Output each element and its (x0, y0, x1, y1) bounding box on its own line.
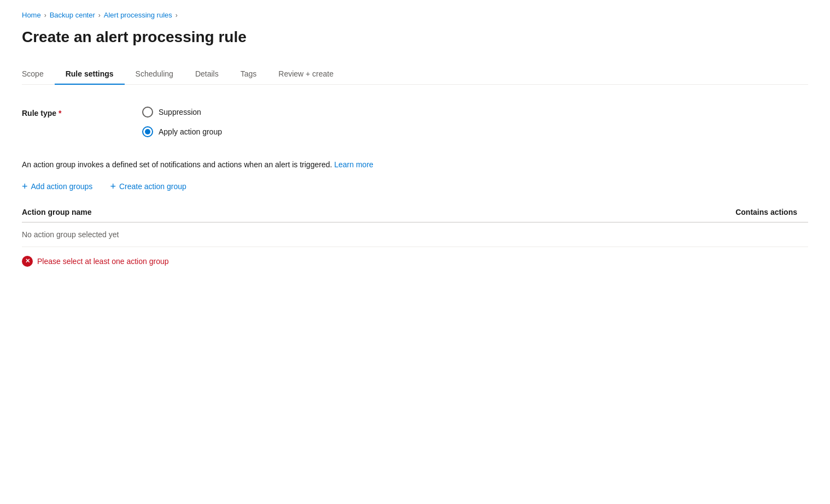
breadcrumb-home[interactable]: Home (22, 11, 41, 19)
breadcrumb-backup-center[interactable]: Backup center (50, 11, 95, 19)
create-action-group-label: Create action group (119, 182, 186, 191)
add-action-groups-icon: + (22, 181, 28, 191)
col-header-contains-actions: Contains actions (471, 202, 808, 222)
description-text: An action group invokes a defined set of… (22, 159, 808, 171)
add-action-groups-button[interactable]: + Add action groups (22, 181, 92, 191)
breadcrumb-sep-3: › (176, 11, 178, 19)
rule-type-radio-group: Suppression Apply action group (142, 107, 222, 137)
tab-rule-settings[interactable]: Rule settings (55, 64, 125, 85)
radio-option-suppression[interactable]: Suppression (142, 107, 222, 118)
tab-scheduling[interactable]: Scheduling (125, 64, 184, 85)
breadcrumb: Home › Backup center › Alert processing … (22, 11, 808, 19)
radio-suppression-label: Suppression (159, 108, 201, 116)
create-action-group-button[interactable]: + Create action group (110, 181, 186, 191)
tab-details[interactable]: Details (184, 64, 230, 85)
required-indicator: * (59, 109, 61, 118)
empty-row-text: No action group selected yet (22, 222, 471, 247)
empty-row-actions (471, 222, 808, 247)
tabs-container: Scope Rule settings Scheduling Details T… (22, 64, 808, 85)
radio-option-apply-action-group[interactable]: Apply action group (142, 126, 222, 137)
page-container: Home › Backup center › Alert processing … (0, 0, 830, 289)
learn-more-link[interactable]: Learn more (334, 160, 373, 169)
action-buttons-row: + Add action groups + Create action grou… (22, 181, 808, 191)
create-action-group-icon: + (110, 181, 116, 191)
action-groups-table: Action group name Contains actions No ac… (22, 202, 808, 247)
radio-apply-action-group-label: Apply action group (159, 127, 222, 136)
error-icon (22, 256, 33, 267)
breadcrumb-sep-2: › (98, 11, 101, 19)
col-header-action-group-name: Action group name (22, 202, 471, 222)
tab-scope[interactable]: Scope (22, 64, 55, 85)
table-empty-row: No action group selected yet (22, 222, 808, 247)
tab-review-create[interactable]: Review + create (267, 64, 344, 85)
add-action-groups-label: Add action groups (31, 182, 93, 191)
error-row: Please select at least one action group (22, 256, 808, 267)
rule-type-section: Rule type* Suppression Apply action grou… (22, 107, 808, 137)
error-message: Please select at least one action group (37, 257, 169, 266)
radio-apply-action-group-circle (142, 126, 153, 137)
breadcrumb-sep-1: › (44, 11, 46, 19)
radio-suppression-circle (142, 107, 153, 118)
tab-tags[interactable]: Tags (230, 64, 268, 85)
page-title: Create an alert processing rule (22, 28, 808, 46)
breadcrumb-alert-processing-rules[interactable]: Alert processing rules (104, 11, 172, 19)
rule-type-label: Rule type* (22, 107, 98, 118)
content-area: An action group invokes a defined set of… (22, 159, 808, 267)
table-header-row: Action group name Contains actions (22, 202, 808, 222)
